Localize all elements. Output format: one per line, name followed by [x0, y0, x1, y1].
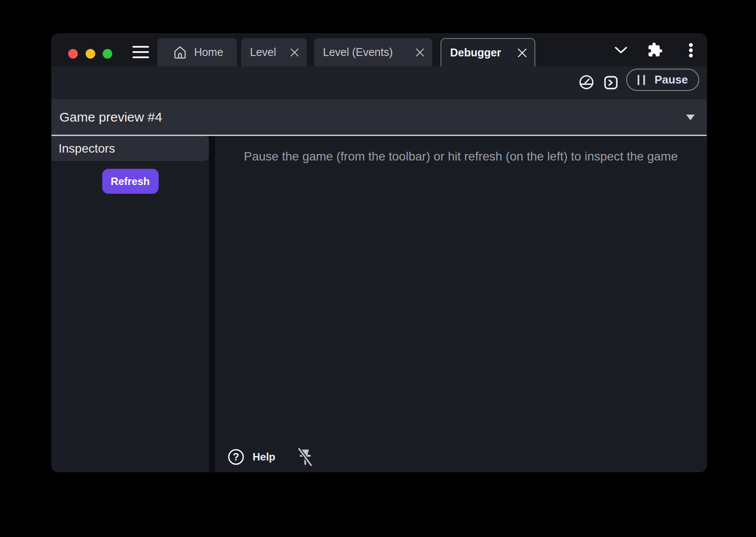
- debugger-body: Inspectors Refresh Pause the game (from …: [52, 136, 707, 472]
- chevron-down-icon[interactable]: [614, 45, 628, 56]
- footer-row: ? Help: [228, 447, 314, 467]
- tab-label: Level: [250, 46, 276, 59]
- close-icon[interactable]: [517, 48, 527, 58]
- inspectors-label: Inspectors: [59, 142, 115, 156]
- game-preview-selector[interactable]: Game preview #4: [52, 99, 707, 135]
- close-traffic-light[interactable]: [68, 49, 78, 59]
- tab-level-events[interactable]: Level (Events): [314, 38, 432, 66]
- help-glyph: ?: [233, 451, 239, 463]
- sidebar-item-inspectors[interactable]: Inspectors: [52, 136, 209, 161]
- zoom-traffic-light[interactable]: [103, 49, 112, 59]
- app-window: Home Level Level (Events) Debugger: [52, 34, 707, 472]
- sidebar: Inspectors Refresh: [52, 136, 209, 472]
- close-icon[interactable]: [415, 47, 425, 58]
- extensions-puzzle-icon[interactable]: [647, 42, 663, 58]
- tab-debugger[interactable]: Debugger: [440, 38, 535, 66]
- sidebar-resize-divider[interactable]: [209, 136, 215, 472]
- tab-label: Level (Events): [323, 46, 393, 59]
- pause-button-label: Pause: [655, 73, 688, 87]
- home-icon: [173, 45, 187, 60]
- help-button[interactable]: Help: [253, 451, 275, 463]
- menu-icon[interactable]: [132, 46, 149, 58]
- minimize-traffic-light[interactable]: [86, 49, 95, 59]
- debugger-toolbar: Pause: [52, 66, 707, 99]
- pin-off-icon[interactable]: [296, 447, 314, 467]
- pause-icon: [638, 75, 645, 85]
- game-preview-title: Game preview #4: [59, 110, 162, 125]
- tab-home[interactable]: Home: [157, 38, 237, 66]
- close-icon[interactable]: [289, 47, 300, 58]
- empty-state-message: Pause the game (from the toolbar) or hit…: [215, 136, 707, 164]
- profiler-gauge-icon[interactable]: [579, 75, 594, 90]
- help-circle-icon[interactable]: ?: [228, 449, 244, 465]
- dropdown-arrow-icon[interactable]: [686, 115, 695, 120]
- titlebar: Home Level Level (Events) Debugger: [52, 34, 707, 66]
- more-vertical-icon[interactable]: [684, 43, 697, 58]
- tab-level[interactable]: Level: [241, 38, 307, 66]
- console-icon[interactable]: [604, 76, 618, 90]
- tab-label: Home: [194, 46, 223, 59]
- main-panel: Pause the game (from the toolbar) or hit…: [215, 136, 707, 472]
- tab-label: Debugger: [450, 46, 501, 59]
- pause-button[interactable]: Pause: [626, 69, 699, 91]
- refresh-button[interactable]: Refresh: [102, 169, 159, 194]
